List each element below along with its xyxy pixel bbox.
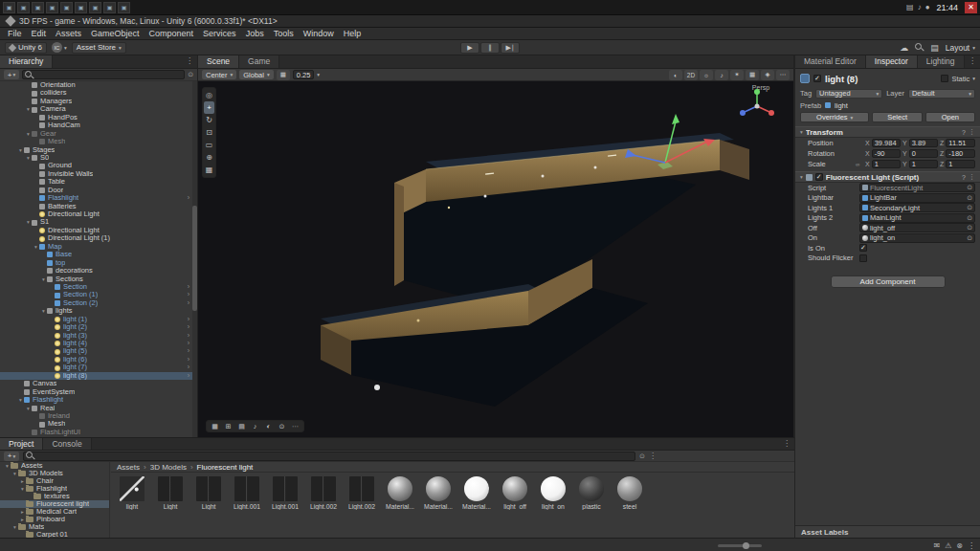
rect-tool-icon[interactable]: ▭	[204, 139, 214, 151]
hierarchy-item[interactable]: ▾ Camera	[0, 105, 192, 113]
inspector-tab[interactable]: Lighting	[918, 55, 965, 68]
shading-mode-icon[interactable]: ◐	[669, 70, 682, 80]
hierarchy-item[interactable]: Ground	[0, 162, 192, 169]
menu-item[interactable]: Jobs	[241, 28, 269, 40]
x-value-field[interactable]: -90	[872, 149, 901, 158]
gizmos-icon[interactable]: ◈	[761, 70, 774, 80]
panel-menu-icon[interactable]: ⋮	[182, 55, 197, 68]
expand-arrow[interactable]: ▾	[19, 485, 26, 493]
hierarchy-item[interactable]: light (2) ›	[0, 323, 192, 331]
static-toggle[interactable]: Static ▾	[941, 75, 975, 83]
project-tab[interactable]: Project	[0, 438, 43, 450]
tab-hierarchy[interactable]: Hierarchy	[0, 55, 53, 68]
toggle-checkbox[interactable]	[859, 254, 867, 262]
expand-arrow[interactable]: ▸	[19, 477, 26, 485]
panel-menu-icon[interactable]: ⋮	[965, 55, 980, 68]
breadcrumb-item[interactable]: 3D Models	[150, 463, 197, 472]
hierarchy-item[interactable]: ▾ Flashlight	[0, 396, 192, 404]
asset-item[interactable]: Light	[189, 476, 228, 510]
hierarchy-item[interactable]: HandCam	[0, 121, 192, 129]
hierarchy-search-input[interactable]	[35, 71, 182, 79]
help-icon[interactable]: ?	[962, 174, 966, 181]
layout-dropdown[interactable]: Layout ▾	[946, 43, 975, 53]
hierarchy-item[interactable]: ▾ Real	[0, 405, 192, 412]
hierarchy-item[interactable]: ▾ Map	[0, 243, 192, 251]
asset-item[interactable]: Material...	[457, 476, 496, 510]
overlay-audio-icon[interactable]: ♪	[249, 423, 261, 430]
hierarchy-item[interactable]: FlashLightUI	[0, 429, 192, 436]
tray-volume-icon[interactable]: ♪	[918, 3, 922, 11]
project-search-input[interactable]	[36, 452, 633, 460]
object-reference-field[interactable]: FluorescentLight ⊙	[859, 183, 975, 192]
hierarchy-item[interactable]: ▾ lights	[0, 307, 192, 315]
object-picker-icon[interactable]: ⊙	[967, 204, 972, 211]
y-value-field[interactable]: 0	[909, 149, 938, 158]
snap-dropdown-icon[interactable]: ▾	[317, 72, 320, 77]
layer-dropdown[interactable]: Default ▾	[908, 89, 975, 99]
taskbar-window-button[interactable]: ▣	[89, 2, 101, 13]
hierarchy-item[interactable]: ▾ Gear	[0, 130, 192, 138]
hierarchy-item[interactable]: Section ›	[0, 283, 192, 291]
menu-item[interactable]: Window	[299, 28, 339, 40]
hierarchy-item[interactable]: Table	[0, 178, 192, 186]
hierarchy-item[interactable]: Mesh	[0, 420, 192, 428]
view-tool-icon[interactable]: ◎	[204, 89, 214, 101]
hierarchy-item[interactable]: Directional Light	[0, 227, 192, 234]
menu-item[interactable]: Component	[145, 28, 199, 40]
hierarchy-item[interactable]: HandPos	[0, 114, 192, 121]
asset-item[interactable]: Light.001	[228, 476, 266, 510]
expand-arrow[interactable]: ▾	[25, 130, 32, 138]
hierarchy-item[interactable]: Flashlight ›	[0, 194, 192, 202]
foldout-arrow[interactable]: ▾	[800, 174, 803, 180]
x-value-field[interactable]: 1	[872, 160, 901, 168]
scene-grid-icon[interactable]: ▦	[746, 70, 759, 80]
tray-network-icon[interactable]: ●	[925, 3, 930, 11]
tool-pivot-dropdown[interactable]: Center▾	[202, 70, 236, 79]
scene-audio-icon[interactable]: ♪	[715, 70, 728, 80]
hierarchy-item[interactable]: Mesh	[0, 138, 192, 145]
scene-effects-icon[interactable]: ✶	[730, 70, 744, 80]
hierarchy-item[interactable]: Canvas	[0, 380, 192, 387]
expand-arrow[interactable]: ▾	[40, 276, 47, 283]
panel-menu-icon[interactable]: ⋮	[779, 437, 794, 450]
open-button[interactable]: Open	[925, 112, 975, 122]
taskbar-window-button[interactable]: ▣	[32, 2, 44, 13]
custom-tool-icon[interactable]: ▦	[204, 164, 214, 176]
thumbnail-zoom-slider[interactable]	[718, 544, 762, 547]
z-value-field[interactable]: -180	[946, 149, 975, 158]
menu-item[interactable]: Assets	[51, 28, 86, 40]
expand-arrow[interactable]: ▾	[17, 146, 24, 154]
select-button[interactable]: Select	[872, 112, 922, 122]
active-checkbox[interactable]	[813, 75, 821, 82]
grid-snap-icon[interactable]: ▦	[277, 70, 290, 80]
object-reference-field[interactable]: SecondaryLight ⊙	[859, 203, 975, 212]
help-icon[interactable]: ?	[962, 129, 966, 136]
hierarchy-item[interactable]: light (7) ›	[0, 364, 192, 371]
asset-item[interactable]: light_off	[496, 476, 534, 510]
expand-arrow[interactable]: ▾	[25, 154, 32, 162]
asset-item[interactable]: Material...	[419, 476, 457, 510]
overrides-dropdown[interactable]: Overrides ▾	[800, 112, 869, 122]
expand-arrow[interactable]: ▸	[19, 508, 26, 516]
foldout-arrow[interactable]: ▾	[800, 129, 803, 135]
create-object-button[interactable]: +▾	[4, 70, 19, 79]
folder-item[interactable]: textures	[0, 493, 109, 500]
folder-item[interactable]: ▾ Flashlight	[0, 485, 109, 493]
close-icon[interactable]: ✕	[965, 2, 977, 13]
folder-item[interactable]: Carpet 01	[0, 531, 109, 538]
hierarchy-item[interactable]: ▾ Stages	[0, 146, 192, 154]
folder-item[interactable]: ▸ Pinboard	[0, 516, 109, 523]
taskbar-window-button[interactable]: ▣	[118, 2, 130, 13]
overlay-snap-icon[interactable]: ⊞	[222, 423, 234, 430]
hierarchy-item[interactable]: Managers	[0, 98, 192, 105]
hierarchy-item[interactable]: Invisible Walls	[0, 170, 192, 178]
hierarchy-item[interactable]: light (6) ›	[0, 356, 192, 364]
z-value-field[interactable]: 1	[946, 160, 975, 168]
object-reference-field[interactable]: light_off ⊙	[859, 223, 975, 232]
create-asset-button[interactable]: +▾	[4, 452, 19, 461]
folder-item[interactable]: ▸ Medical Cart	[0, 508, 109, 516]
hierarchy-item[interactable]: Ireland	[0, 412, 192, 420]
layers-icon[interactable]: ▤	[930, 43, 939, 53]
scene-lighting-icon[interactable]: ☼	[700, 70, 713, 80]
taskbar-window-button[interactable]: ▣	[103, 2, 116, 13]
